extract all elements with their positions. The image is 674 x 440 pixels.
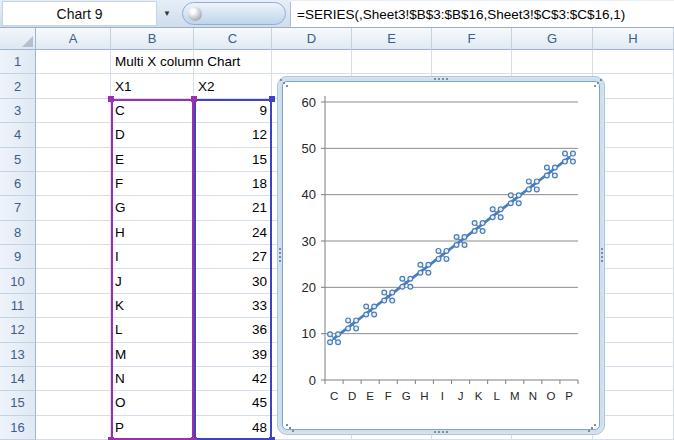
row-header-13[interactable]: 13 [0,343,36,367]
cell[interactable] [272,50,352,74]
chart-grip-bottom-left[interactable] [286,424,288,426]
cell-value[interactable]: H [111,221,194,245]
cell-value[interactable]: G [111,196,194,220]
chart-grip-bottom[interactable] [434,431,436,433]
cell[interactable] [593,343,674,367]
cell-value[interactable]: 9 [194,99,272,123]
cell-value[interactable]: I [111,245,194,269]
cell[interactable] [593,172,674,196]
cell[interactable] [36,391,111,415]
cell[interactable] [593,367,674,391]
cell[interactable] [593,123,674,147]
y-values-range-handle[interactable] [269,96,275,102]
cell-value[interactable]: 48 [194,416,272,440]
row-header-10[interactable]: 10 [0,269,36,293]
cell-value[interactable]: N [111,367,194,391]
column-header-D[interactable]: D [272,28,352,50]
cell[interactable] [593,99,674,123]
cell[interactable] [593,74,674,98]
cell[interactable] [36,50,111,74]
row-header-1[interactable]: 1 [0,50,36,74]
cell-value[interactable]: 42 [194,367,272,391]
cell[interactable] [36,269,111,293]
cell[interactable] [352,50,432,74]
chart-grip-top-left[interactable] [280,79,282,81]
cell[interactable] [36,74,111,98]
cell-value[interactable]: P [111,416,194,440]
row-header-11[interactable]: 11 [0,294,36,318]
cell-value[interactable]: 21 [194,196,272,220]
cell-value[interactable]: 24 [194,221,272,245]
cell[interactable] [36,245,111,269]
column-header-A[interactable]: A [36,28,111,50]
cell-value[interactable]: J [111,269,194,293]
cell[interactable] [36,343,111,367]
cell[interactable] [593,416,674,440]
chart-object[interactable]: 0102030405060CDEFGHIJKLMNOP [277,76,605,435]
cell-value[interactable]: 45 [194,391,272,415]
cell-value[interactable]: F [111,172,194,196]
row-header-16[interactable]: 16 [0,416,36,440]
cell-value[interactable]: X2 [194,74,272,98]
cell-value[interactable]: 39 [194,343,272,367]
cell-value[interactable]: E [111,148,194,172]
cell-value[interactable]: 27 [194,245,272,269]
cell[interactable] [432,50,512,74]
row-header-9[interactable]: 9 [0,245,36,269]
cell-value[interactable]: C [111,99,194,123]
column-header-G[interactable]: G [512,28,593,50]
cell[interactable] [593,391,674,415]
cell[interactable] [36,172,111,196]
chart-grip-top-right[interactable] [600,79,602,81]
cell-value[interactable]: 18 [194,172,272,196]
cell[interactable] [593,196,674,220]
row-header-15[interactable]: 15 [0,391,36,415]
cell[interactable] [36,123,111,147]
chart-grip-bottom-right[interactable] [594,424,596,426]
cell[interactable] [36,367,111,391]
cell-value[interactable]: 15 [194,148,272,172]
cell-value[interactable]: 36 [194,318,272,342]
row-header-2[interactable]: 2 [0,74,36,98]
column-header-E[interactable]: E [352,28,432,50]
x-values-range-handle[interactable] [108,96,114,102]
cell[interactable] [593,318,674,342]
cell-value[interactable]: K [111,294,194,318]
name-box[interactable]: Chart 9 [2,1,157,26]
cell-value[interactable]: L [111,318,194,342]
select-all-corner[interactable] [0,28,36,50]
formula-input[interactable]: =SERIES(,Sheet3!$B$3:$B$16,Sheet3!$C$3:$… [291,1,674,27]
cell[interactable] [36,196,111,220]
cell[interactable] [36,148,111,172]
cell[interactable] [593,269,674,293]
cell[interactable] [593,50,674,74]
cell[interactable] [593,148,674,172]
cell[interactable] [593,221,674,245]
cell[interactable] [36,221,111,245]
chart-grip-top[interactable] [434,78,436,80]
column-header-C[interactable]: C [194,28,272,50]
chart-area[interactable]: 0102030405060CDEFGHIJKLMNOP [282,81,600,430]
row-header-8[interactable]: 8 [0,221,36,245]
row-header-4[interactable]: 4 [0,123,36,147]
column-header-B[interactable]: B [111,28,194,50]
cell[interactable] [36,416,111,440]
row-header-14[interactable]: 14 [0,367,36,391]
x-values-range-handle[interactable] [191,96,197,102]
cell-value[interactable]: D [111,123,194,147]
chart-grip-right[interactable] [601,248,603,250]
name-box-dropdown-icon[interactable]: ▼ [160,9,174,21]
cell-value[interactable]: M [111,343,194,367]
cell-value[interactable]: Multi X column Chart [111,50,194,74]
cell-value[interactable]: 30 [194,269,272,293]
cell-value[interactable]: X1 [111,74,194,98]
cell[interactable] [593,294,674,318]
row-header-6[interactable]: 6 [0,172,36,196]
cell[interactable] [593,245,674,269]
cell-value[interactable]: 33 [194,294,272,318]
cell[interactable] [36,318,111,342]
row-header-3[interactable]: 3 [0,99,36,123]
cell-value[interactable]: O [111,391,194,415]
cell-value[interactable]: 12 [194,123,272,147]
cell[interactable] [36,294,111,318]
